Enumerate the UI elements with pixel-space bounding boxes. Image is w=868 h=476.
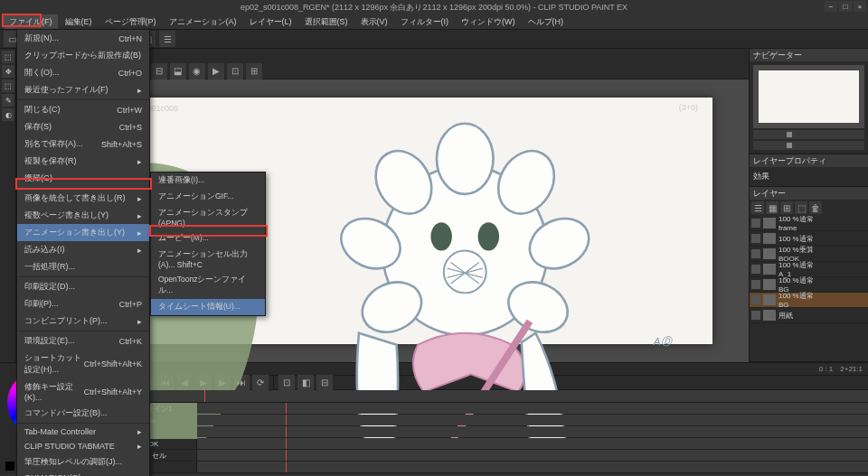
timeline-track[interactable]: ▾ ■ + BG: [116, 462, 868, 473]
menubar-item[interactable]: 編集(E): [60, 14, 98, 29]
layer-row[interactable]: 用紙: [750, 308, 868, 323]
tool-icon[interactable]: ◐: [2, 108, 14, 121]
play-icon[interactable]: ▶: [208, 63, 224, 79]
submenu-item[interactable]: タイムシート情報(U)...: [151, 299, 265, 315]
menubar-item[interactable]: ウィンドウ(W): [456, 14, 521, 29]
layer-tool-icon[interactable]: ☰: [751, 201, 764, 214]
menu-item[interactable]: アニメーション書き出し(Y) ▸: [17, 224, 149, 241]
tool-palette: ⬚ ✥ ⬚ ✎ ◐: [0, 49, 16, 362]
menu-item[interactable]: 画像を統合して書き出し(R) ▸: [17, 190, 149, 207]
menu-item[interactable]: 複製を保存(R) ▸: [17, 153, 149, 170]
visibility-icon[interactable]: [751, 234, 760, 243]
menu-item[interactable]: 復帰(G): [17, 170, 149, 187]
menubar-item[interactable]: アニメーション(A): [164, 14, 242, 29]
menubar-item[interactable]: 選択範囲(S): [299, 14, 354, 29]
timeline-ruler[interactable]: [116, 390, 868, 403]
tool-icon[interactable]: ✎: [2, 94, 14, 107]
submenu-item[interactable]: アニメーションスタンプ(APNG)...: [151, 205, 265, 230]
tool-icon[interactable]: ⊡: [227, 63, 243, 79]
tool-icon[interactable]: ⬚: [2, 51, 14, 63]
menu-item[interactable]: 保存(S)Ctrl+S: [17, 118, 149, 135]
layer-row[interactable]: 100 %通常frame: [750, 216, 868, 231]
layer-name: 100 %通常frame: [778, 216, 866, 232]
submenu-item[interactable]: アニメーションセル出力(A)... Shift+C: [151, 247, 265, 272]
minimize-button[interactable]: −: [825, 1, 837, 12]
timeline-track[interactable]: ▾ ■ + frame: [116, 415, 868, 426]
timeline-track[interactable]: ▸ タイムライン1: [116, 403, 868, 415]
tool-icon[interactable]: ⊟: [151, 63, 167, 79]
menu-item[interactable]: クリップボードから新規作成(B): [17, 47, 149, 64]
zoom-slider[interactable]: [753, 130, 864, 139]
tool-icon[interactable]: ◉: [189, 63, 205, 79]
layers-panel: レイヤー ☰ ▦ ⊞ ⬚ 🗑 100 %通常frame100 %通常100 %乗…: [750, 187, 868, 362]
submenu-item[interactable]: アニメーションGIF...: [151, 189, 265, 205]
track-content[interactable]: [197, 403, 868, 414]
animation-export-submenu: 連番画像(I)...アニメーションGIF...アニメーションスタンプ(APNG)…: [150, 172, 266, 316]
menubar-item[interactable]: ヘルプ(H): [523, 14, 570, 29]
menu-item[interactable]: Tab-Mate Controller ▸: [17, 425, 149, 439]
menubar-item[interactable]: 表示(V): [355, 14, 393, 29]
visibility-icon[interactable]: [751, 295, 760, 304]
svg-point-4: [437, 124, 494, 194]
menu-item[interactable]: 印刷(P)...Ctrl+P: [17, 295, 149, 313]
submenu-item[interactable]: ムービー(M)...: [151, 230, 265, 247]
layer-tool-icon[interactable]: ⬚: [795, 201, 807, 214]
rotate-slider[interactable]: [753, 141, 864, 150]
timeline-track[interactable]: ▾ ■ + A_1 セル: [116, 450, 868, 462]
tool-icon[interactable]: ⬓: [170, 63, 186, 79]
window-controls: − □ ×: [825, 1, 866, 12]
menu-item[interactable]: 最近使ったファイル(F) ▸: [17, 81, 149, 98]
tool-icon[interactable]: ☰: [159, 31, 175, 47]
menu-item[interactable]: 閉じる(C)Ctrl+W: [17, 101, 149, 118]
panel-tab[interactable]: ナビゲーター: [753, 50, 802, 61]
navigator-preview[interactable]: [753, 65, 864, 128]
layer-tool-icon[interactable]: ▦: [766, 201, 778, 214]
panel-tab[interactable]: レイヤープロパティ: [753, 155, 826, 167]
menu-item[interactable]: 別名で保存(A)...Shift+Alt+S: [17, 135, 149, 153]
tool-icon[interactable]: ✥: [2, 65, 14, 78]
menu-item[interactable]: 開く(O)...Ctrl+O: [17, 64, 149, 81]
menu-item[interactable]: ショートカット設定(H)...Ctrl+Shift+Alt+K: [17, 350, 149, 378]
layer-tool-icon[interactable]: 🗑: [809, 201, 822, 214]
timeline-track[interactable]: ▾ ■ + RG: [116, 426, 868, 438]
track-content[interactable]: [197, 426, 868, 437]
menubar-item[interactable]: ページ管理(P): [99, 14, 162, 29]
menu-item[interactable]: 修飾キー設定(K)...Ctrl+Shift+Alt+Y: [17, 378, 149, 405]
track-content[interactable]: [197, 450, 868, 461]
panel-tab[interactable]: レイヤー: [753, 188, 786, 200]
menu-item[interactable]: 複数ページ書き出し(Y) ▸: [17, 207, 149, 224]
visibility-icon[interactable]: [751, 219, 760, 228]
menu-item[interactable]: コマンドバー設定(B)...: [17, 405, 149, 422]
menubar-item[interactable]: レイヤー(L): [244, 14, 297, 29]
menu-item[interactable]: CLIP STUDIO TABMATE ▸: [17, 439, 149, 453]
close-button[interactable]: ×: [854, 1, 866, 12]
visibility-icon[interactable]: [751, 249, 760, 258]
menu-item[interactable]: QUMARION(Q) ▸: [17, 471, 149, 476]
menubar-item[interactable]: フィルター(I): [395, 14, 455, 29]
menubar-item[interactable]: ファイル(F): [4, 14, 58, 29]
timeline-track[interactable]: ▾ ■ + BOOK: [116, 438, 868, 450]
menu-item[interactable]: 環境設定(E)...Ctrl+K: [17, 332, 149, 350]
visibility-icon[interactable]: [751, 311, 760, 320]
layer-thumb: [763, 248, 776, 259]
visibility-icon[interactable]: [751, 280, 760, 289]
menu-item[interactable]: 一括処理(R)...: [17, 258, 149, 275]
menu-item[interactable]: 印刷設定(D)...: [17, 278, 149, 295]
visibility-icon[interactable]: [751, 265, 760, 274]
menu-item[interactable]: 読み込み(I) ▸: [17, 241, 149, 258]
tool-icon[interactable]: ⬚: [2, 79, 14, 92]
track-content[interactable]: [197, 462, 868, 472]
menu-item[interactable]: 新規(N)...Ctrl+N: [17, 30, 149, 47]
layer-tool-icon[interactable]: ⊞: [780, 201, 793, 214]
layer-row[interactable]: 100 %通常BG: [750, 293, 868, 308]
track-content[interactable]: [197, 438, 868, 449]
menu-item[interactable]: 筆圧検知レベルの調節(J)...: [17, 453, 149, 471]
tool-icon[interactable]: ⊞: [246, 63, 262, 79]
track-content[interactable]: [197, 415, 868, 425]
playhead[interactable]: [204, 390, 205, 402]
submenu-item[interactable]: OpenToonzシーンファイル...: [151, 272, 265, 299]
window-title: ep02_s001c008_RGEN* (2112 x 1296px 余白あり2…: [241, 2, 627, 14]
menu-item[interactable]: コンビニプリント(P)... ▸: [17, 313, 149, 330]
maximize-button[interactable]: □: [839, 1, 852, 12]
submenu-item[interactable]: 連番画像(I)...: [151, 173, 265, 189]
